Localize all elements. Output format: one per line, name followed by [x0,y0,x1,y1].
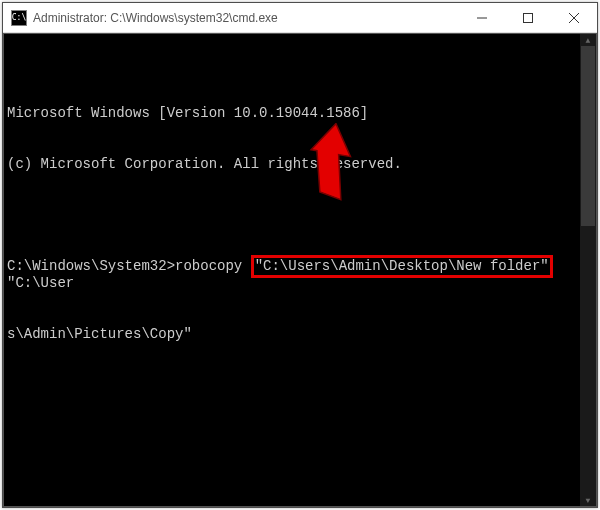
cmd-window: C:\ Administrator: C:\Windows\system32\c… [2,2,598,508]
terminal-line: Microsoft Windows [Version 10.0.19044.15… [7,105,596,122]
scrollbar[interactable]: ▲ ▼ [580,34,596,506]
terminal-blank-line [7,207,596,224]
window-controls [459,3,597,32]
scrollbar-thumb[interactable] [581,46,595,226]
terminal-command-line: C:\Windows\System32>robocopy "C:\Users\A… [7,258,596,292]
cmd-icon: C:\ [11,10,27,26]
window-title: Administrator: C:\Windows\system32\cmd.e… [33,11,459,25]
terminal-area[interactable]: Microsoft Windows [Version 10.0.19044.15… [3,33,597,507]
maximize-button[interactable] [505,3,551,32]
close-button[interactable] [551,3,597,32]
minimize-button[interactable] [459,3,505,32]
terminal-line-continuation: s\Admin\Pictures\Copy" [7,326,596,343]
scroll-down-icon[interactable]: ▼ [580,494,596,506]
terminal-line: (c) Microsoft Corporation. All rights re… [7,156,596,173]
titlebar[interactable]: C:\ Administrator: C:\Windows\system32\c… [3,3,597,33]
svg-rect-1 [524,13,533,22]
scroll-up-icon[interactable]: ▲ [580,34,596,46]
prompt-text: C:\Windows\System32> [7,258,175,274]
command-text: robocopy [175,258,251,274]
terminal-content: Microsoft Windows [Version 10.0.19044.15… [4,68,596,377]
highlight-annotation: "C:\Users\Admin\Desktop\New folder" [251,255,553,278]
